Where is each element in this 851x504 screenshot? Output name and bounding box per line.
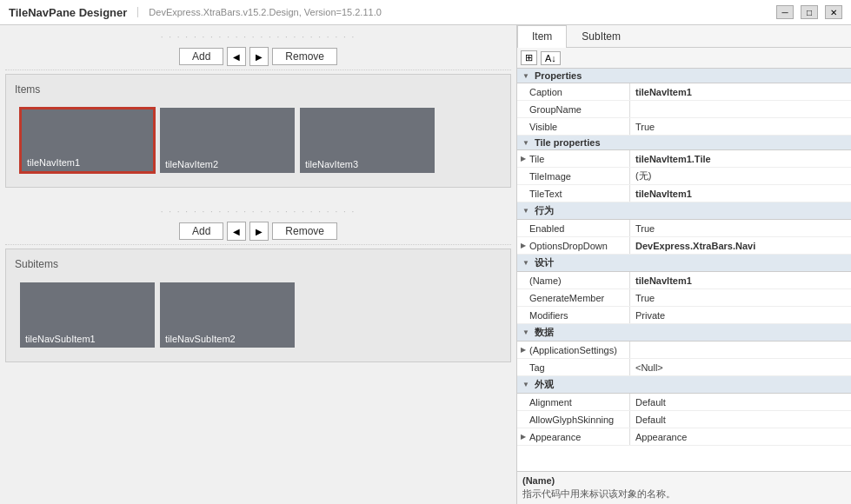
prop-value-tiletext: tileNavItem1 (630, 185, 851, 202)
prop-row-appearance[interactable]: Appearance Appearance (517, 428, 851, 446)
sort-icon: A↓ (545, 53, 556, 63)
section-header-tile-properties[interactable]: ▼ Tile properties (517, 136, 851, 150)
tab-subitem[interactable]: SubItem (567, 25, 635, 47)
items-remove-button[interactable]: Remove (272, 48, 337, 65)
subitems-divider: · · · · · · · · · · · · · · · · · · · · … (5, 205, 511, 218)
subitems-next-button[interactable]: ▶ (249, 222, 269, 241)
subitems-section: · · · · · · · · · · · · · · · · · · · · … (0, 200, 516, 368)
tile-subitem1-label: tileNavSubItem1 (25, 334, 96, 344)
subitems-remove-button[interactable]: Remove (272, 222, 337, 240)
tile-subitem2-label: tileNavSubItem2 (165, 334, 236, 344)
prop-row-tile[interactable]: Tile tileNavItem1.Tile (517, 150, 851, 168)
items-prev-button[interactable]: ◀ (227, 47, 246, 66)
prop-value-allowglyphskinning: Default (630, 411, 851, 428)
tile-subitem1[interactable]: tileNavSubItem1 (20, 282, 155, 348)
app-subtitle: DevExpress.XtraBars.v15.2.Design, Versio… (137, 7, 382, 17)
prop-row-applicationsettings[interactable]: (ApplicationSettings) (517, 342, 851, 359)
maximize-button[interactable]: □ (801, 5, 818, 19)
prop-name-modifiers: Modifiers (517, 307, 630, 323)
window-controls: ─ □ ✕ (776, 5, 842, 19)
subitems-tiles-area: tileNavSubItem1 tileNavSubItem2 (15, 277, 502, 353)
prop-row-generatemember[interactable]: GenerateMember True (517, 289, 851, 307)
tile-navitem1[interactable]: tileNavItem1 (20, 108, 155, 173)
prop-row-caption[interactable]: Caption tileNavItem1 (517, 83, 851, 101)
app-title: TileNavPane Designer (9, 6, 127, 19)
categorized-button[interactable]: ⊞ (521, 50, 537, 65)
prop-row-allowglyphskinning[interactable]: AllowGlyphSkinning Default (517, 411, 851, 428)
prop-row-tiletext[interactable]: TileText tileNavItem1 (517, 185, 851, 202)
subitems-toolbar: Add ◀ ▶ Remove (5, 218, 511, 245)
tile-navitem3-label: tileNavItem3 (305, 159, 358, 169)
section-header-data[interactable]: ▼ 数据 (517, 324, 851, 342)
section-header-appearance[interactable]: ▼ 外观 (517, 376, 851, 394)
status-bar-description: 指示代码中用来标识该对象的名称。 (522, 487, 846, 501)
prop-value-caption: tileNavItem1 (630, 83, 851, 100)
prop-value-alignment: Default (630, 394, 851, 410)
prop-row-groupname[interactable]: GroupName (517, 101, 851, 118)
items-section: · · · · · · · · · · · · · · · · · · · · … (0, 25, 516, 193)
tile-navitem3[interactable]: tileNavItem3 (300, 108, 435, 173)
prop-name-tiletext: TileText (517, 185, 630, 202)
subitems-prev-button[interactable]: ◀ (227, 222, 246, 241)
title-bar: TileNavPane Designer DevExpress.XtraBars… (0, 0, 851, 25)
tab-item[interactable]: Item (517, 25, 567, 48)
prop-name-enabled: Enabled (517, 220, 630, 236)
items-next-button[interactable]: ▶ (249, 47, 269, 66)
section-appearance-label: 外观 (535, 378, 554, 391)
prop-value-tile: tileNavItem1.Tile (630, 150, 851, 167)
prop-row-enabled[interactable]: Enabled True (517, 220, 851, 237)
prop-name-tag: Tag (517, 359, 630, 375)
subitems-add-button[interactable]: Add (179, 222, 223, 240)
status-bar-name: (Name) (522, 475, 846, 486)
prop-value-name: tileNavItem1 (630, 272, 851, 288)
prop-row-visible[interactable]: Visible True (517, 118, 851, 136)
section-tile-properties-label: Tile properties (535, 137, 601, 148)
tile-navitem2-label: tileNavItem2 (165, 159, 218, 169)
prop-name-tile: Tile (517, 150, 630, 167)
tile-navitem2[interactable]: tileNavItem2 (160, 108, 295, 173)
close-button[interactable]: ✕ (825, 5, 842, 19)
collapse-tile-icon: ▼ (522, 139, 529, 147)
prop-value-tileimage: (无) (630, 168, 851, 184)
prop-row-tileimage[interactable]: TileImage (无) (517, 168, 851, 185)
collapse-appearance-icon: ▼ (522, 381, 529, 388)
prop-row-modifiers[interactable]: Modifiers Private (517, 307, 851, 324)
prop-name-alignment: Alignment (517, 394, 630, 410)
prop-row-alignment[interactable]: Alignment Default (517, 394, 851, 411)
sort-az-button[interactable]: A↓ (541, 51, 561, 65)
section-design-label: 设计 (535, 256, 554, 269)
collapse-icon: ▼ (522, 72, 529, 80)
section-header-properties[interactable]: ▼ Properties (517, 69, 851, 83)
prop-name-name: (Name) (517, 272, 630, 288)
prop-name-groupname: GroupName (517, 101, 630, 117)
section-header-design[interactable]: ▼ 设计 (517, 255, 851, 272)
section-properties-label: Properties (535, 70, 582, 81)
left-panel: · · · · · · · · · · · · · · · · · · · · … (0, 25, 517, 504)
tile-subitem2[interactable]: tileNavSubItem2 (160, 282, 295, 348)
prop-name-applicationsettings: (ApplicationSettings) (517, 342, 630, 358)
categorized-icon: ⊞ (525, 52, 533, 63)
prop-name-optionsdropdown: OptionsDropDown (517, 237, 630, 254)
prop-row-tag[interactable]: Tag <Null> (517, 359, 851, 376)
section-header-behavior[interactable]: ▼ 行为 (517, 202, 851, 220)
prop-value-tag: <Null> (630, 359, 851, 375)
prop-value-generatemember: True (630, 289, 851, 306)
subitems-section-inner: Subitems tileNavSubItem1 tileNavSubItem2 (5, 249, 511, 362)
right-panel: Item SubItem ⊞ A↓ ▼ Properties Caption t… (517, 25, 851, 504)
items-add-button[interactable]: Add (179, 48, 223, 65)
prop-value-groupname (630, 101, 851, 117)
minimize-button[interactable]: ─ (776, 5, 794, 19)
items-tiles-area: tileNavItem1 tileNavItem2 tileNavItem3 (15, 103, 502, 178)
property-toolbar: ⊞ A↓ (517, 48, 851, 69)
prop-row-optionsdropdown[interactable]: OptionsDropDown DevExpress.XtraBars.Navi (517, 237, 851, 255)
section-behavior-label: 行为 (535, 204, 554, 217)
collapse-data-icon: ▼ (522, 328, 529, 336)
prop-name-generatemember: GenerateMember (517, 289, 630, 306)
section-data-label: 数据 (535, 326, 554, 339)
prop-value-visible: True (630, 118, 851, 135)
prop-value-appearance: Appearance (630, 428, 851, 445)
prop-value-enabled: True (630, 220, 851, 236)
items-section-inner: Items tileNavItem1 tileNavItem2 tileNavI… (5, 74, 511, 188)
prop-row-name[interactable]: (Name) tileNavItem1 (517, 272, 851, 289)
prop-name-allowglyphskinning: AllowGlyphSkinning (517, 411, 630, 428)
